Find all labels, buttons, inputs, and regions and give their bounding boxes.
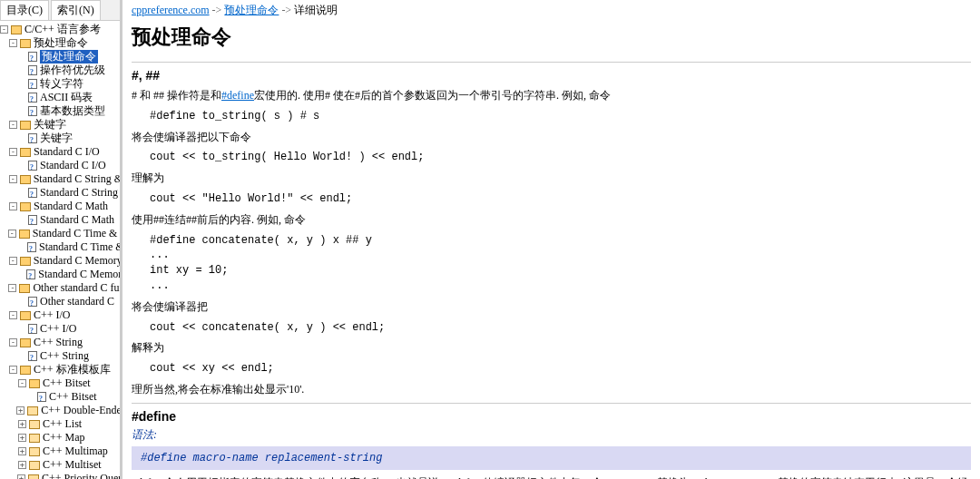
tree-item[interactable]: -关键字: [0, 118, 120, 132]
expand-icon[interactable]: +: [18, 420, 26, 428]
collapse-icon[interactable]: -: [9, 338, 17, 347]
tree-item[interactable]: -Other standard C fun: [0, 281, 120, 295]
tree-item[interactable]: -C++ I/O: [0, 308, 120, 322]
collapse-icon[interactable]: -: [9, 202, 17, 210]
tab-contents[interactable]: 目录(C): [0, 0, 49, 20]
divider: [132, 403, 971, 404]
expand-icon[interactable]: +: [17, 474, 25, 479]
tree-label: Standard C Math: [34, 200, 108, 213]
paragraph: # 和 ## 操作符是和#define宏使用的. 使用# 使在#后的首个参数返回…: [132, 88, 971, 103]
tree-item[interactable]: 转义字符: [0, 77, 120, 91]
expand-icon[interactable]: +: [18, 434, 26, 442]
breadcrumb-link[interactable]: 预处理命令: [224, 4, 279, 16]
tree-label: C++ List: [43, 417, 82, 431]
page-icon: [28, 133, 37, 143]
tab-index[interactable]: 索引(N): [51, 0, 101, 20]
tree-label: Standard C I/O: [34, 145, 100, 159]
code-block: cout << xy << endl;: [150, 361, 971, 376]
section-heading: #define: [132, 409, 971, 424]
collapse-icon[interactable]: -: [8, 284, 16, 292]
book-closed-icon: [29, 420, 40, 429]
book-closed-icon: [29, 434, 40, 443]
tree-item[interactable]: 预处理命令: [0, 50, 120, 64]
collapse-icon[interactable]: -: [9, 311, 17, 319]
expand-icon[interactable]: +: [18, 461, 26, 469]
collapse-icon[interactable]: -: [18, 379, 26, 387]
tree-label: 预处理命令: [34, 36, 88, 50]
tree-item[interactable]: -Standard C Memory: [0, 254, 120, 268]
book-open-icon: [20, 39, 31, 48]
code-block: #define concatenate( x, y ) x ## y ... i…: [150, 233, 971, 294]
breadcrumb-site[interactable]: cppreference.com: [132, 4, 210, 16]
tree-item[interactable]: ASCII 码表: [0, 91, 120, 104]
tree-item[interactable]: Standard C Memory: [0, 268, 120, 281]
tree-item[interactable]: +C++ Priority Queu: [0, 472, 120, 479]
tree-item[interactable]: -C/C++ 语言参考: [0, 23, 120, 36]
paragraph: 理所当然,将会在标准输出处显示'10'.: [132, 382, 971, 397]
tree-label: 基本数据类型: [40, 104, 105, 118]
tree-item[interactable]: Standard C Math: [0, 213, 120, 227]
tree-item[interactable]: +C++ List: [0, 417, 120, 431]
tree-item[interactable]: Standard C Time &: [0, 240, 120, 254]
paragraph: 解释为: [132, 340, 971, 356]
section-heading: #, ##: [132, 68, 971, 83]
tree-item[interactable]: Standard C String: [0, 186, 120, 200]
nav-tree: -C/C++ 语言参考-预处理命令预处理命令操作符优先级转义字符ASCII 码表…: [0, 21, 120, 479]
tree-item[interactable]: +C++ Map: [0, 431, 120, 445]
tree-item[interactable]: -预处理命令: [0, 36, 120, 50]
tree-item[interactable]: -Standard C Time & Da: [0, 227, 120, 240]
tree-label: 转义字符: [40, 77, 83, 91]
tree-label: Other standard C: [40, 295, 114, 308]
page-icon: [28, 65, 37, 75]
book-open-icon: [20, 175, 31, 184]
page-icon: [28, 52, 37, 62]
tree-item[interactable]: 操作符优先级: [0, 64, 120, 77]
collapse-icon[interactable]: -: [9, 121, 17, 129]
collapse-icon[interactable]: -: [9, 366, 17, 374]
book-closed-icon: [29, 447, 40, 456]
tree-item[interactable]: C++ Bitset: [0, 390, 120, 404]
book-open-icon: [20, 202, 31, 211]
page-icon: [28, 215, 37, 225]
tree-label: C++ Bitset: [49, 390, 97, 404]
tree-label: 关键字: [40, 132, 73, 145]
collapse-icon[interactable]: -: [8, 230, 16, 238]
tree-item[interactable]: -Standard C I/O: [0, 145, 120, 159]
book-open-icon: [19, 230, 30, 239]
tree-item[interactable]: +C++ Double-Ended: [0, 404, 120, 417]
tree-item[interactable]: Standard C I/O: [0, 159, 120, 172]
collapse-icon[interactable]: -: [0, 25, 8, 34]
collapse-icon[interactable]: -: [9, 148, 17, 156]
paragraph: #define命令用于把指定的字符串替换文件中的宏名称 ，也就是说，#defin…: [132, 475, 971, 479]
book-open-icon: [20, 121, 31, 130]
collapse-icon[interactable]: -: [9, 175, 17, 183]
tree-item[interactable]: -C++ 标准模板库: [0, 363, 120, 376]
define-link[interactable]: #define: [221, 89, 254, 102]
tree-item[interactable]: 关键字: [0, 132, 120, 145]
tree-label: Standard C String &: [34, 172, 120, 186]
tree-item[interactable]: +C++ Multimap: [0, 445, 120, 458]
tree-item[interactable]: -C++ Bitset: [0, 376, 120, 390]
code-block: cout << "Hello World!" << endl;: [150, 191, 971, 207]
tree-item[interactable]: Other standard C: [0, 295, 120, 308]
tree-label: Standard C Math: [40, 213, 114, 227]
collapse-icon[interactable]: -: [9, 39, 17, 47]
tree-item[interactable]: C++ String: [0, 349, 120, 363]
tree-label: ASCII 码表: [40, 91, 93, 104]
tree-item[interactable]: -C++ String: [0, 336, 120, 349]
book-open-icon: [20, 311, 31, 320]
page-icon: [27, 242, 36, 252]
tree-label: Standard C String: [40, 186, 118, 200]
expand-icon[interactable]: +: [18, 447, 26, 455]
expand-icon[interactable]: +: [16, 406, 24, 415]
book-closed-icon: [28, 474, 39, 480]
tree-label: Other standard C fun: [33, 281, 120, 295]
collapse-icon[interactable]: -: [9, 257, 17, 265]
tree-item[interactable]: -Standard C Math: [0, 200, 120, 213]
tree-item[interactable]: -Standard C String &: [0, 172, 120, 186]
tree-item[interactable]: C++ I/O: [0, 322, 120, 336]
tree-label: C++ 标准模板库: [34, 363, 111, 376]
book-open-icon: [20, 338, 31, 347]
tree-item[interactable]: +C++ Multiset: [0, 458, 120, 472]
tree-item[interactable]: 基本数据类型: [0, 104, 120, 118]
